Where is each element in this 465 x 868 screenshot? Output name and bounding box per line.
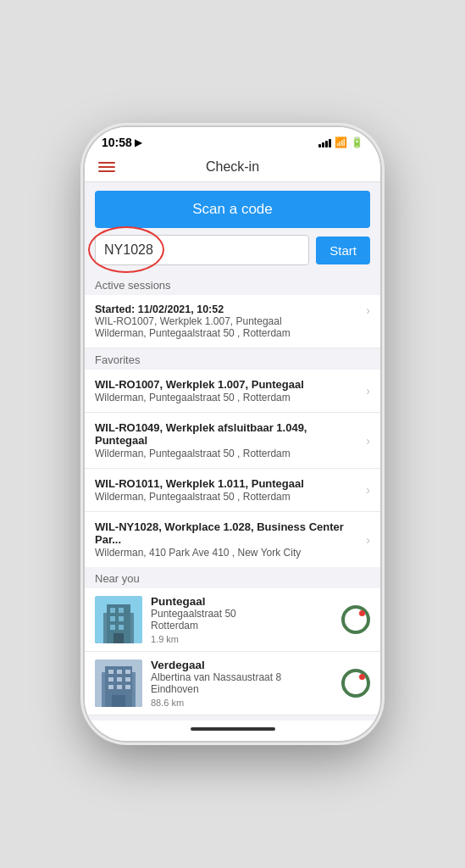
- near-you-header: Near you: [85, 567, 380, 588]
- session-started: Started: 11/02/2021, 10:52: [95, 303, 361, 315]
- svg-rect-9: [113, 633, 124, 643]
- favorite-subtitle-0: Wilderman, Puntegaalstraat 50 , Rotterda…: [95, 392, 361, 403]
- building-thumbnail-0: [95, 596, 142, 643]
- chevron-right-icon: ›: [366, 533, 370, 547]
- svg-rect-20: [117, 685, 122, 689]
- main-content: Scan a code Start Active sessions Starte…: [85, 182, 380, 721]
- building-thumbnail-1: [95, 659, 142, 707]
- svg-rect-8: [119, 625, 124, 630]
- near-you-address-1: Albertina van Nassaustraat 8: [151, 671, 335, 683]
- favorites-list: WIL-RO1007, Werkplek 1.007, Puntegaal Wi…: [85, 370, 380, 567]
- near-you-item-1[interactable]: Verdegaal Albertina van Nassaustraat 8 E…: [85, 652, 380, 715]
- location-status-indicator-1: [341, 669, 370, 698]
- favorite-title-3: WIL-NY1028, Workplace 1.028, Business Ce…: [95, 520, 361, 546]
- home-bar: [191, 727, 275, 731]
- favorites-header: Favorites: [85, 348, 380, 370]
- svg-rect-19: [108, 685, 113, 689]
- status-icons: 📶 🔋: [318, 136, 363, 148]
- start-button[interactable]: Start: [316, 236, 370, 264]
- svg-rect-14: [117, 670, 122, 674]
- session-location-line2: Wilderman, Puntegaalstraat 50 , Rotterda…: [95, 327, 361, 339]
- near-you-name-1: Verdegaal: [151, 659, 335, 671]
- svg-rect-21: [125, 685, 130, 689]
- favorite-item-3[interactable]: WIL-NY1028, Workplace 1.028, Business Ce…: [85, 512, 380, 567]
- home-indicator: [85, 721, 380, 741]
- navbar: Check-in: [85, 153, 380, 182]
- favorite-title-2: WIL-RO1011, Werkplek 1.011, Puntegaal: [95, 477, 361, 490]
- active-sessions-list: Started: 11/02/2021, 10:52 WIL-RO1007, W…: [85, 295, 380, 348]
- favorite-subtitle-3: Wilderman, 410 Park Ave 410 , New York C…: [95, 547, 361, 559]
- near-you-city-1: Eindhoven: [151, 683, 335, 695]
- favorite-title-1: WIL-RO1049, Werkplek afsluitbaar 1.049, …: [95, 421, 361, 447]
- svg-rect-5: [110, 616, 115, 621]
- svg-rect-18: [125, 677, 130, 682]
- svg-rect-3: [110, 608, 115, 613]
- chevron-right-icon: ›: [366, 483, 370, 497]
- favorite-subtitle-1: Wilderman, Puntegaalstraat 50 , Rotterda…: [95, 448, 361, 459]
- session-location-line1: WIL-RO1007, Werkplek 1.007, Puntegaal: [95, 315, 361, 327]
- svg-rect-15: [125, 670, 130, 674]
- svg-rect-13: [108, 670, 113, 674]
- chevron-right-icon: ›: [366, 303, 370, 317]
- svg-rect-4: [119, 608, 124, 613]
- scan-code-button[interactable]: Scan a code: [95, 191, 370, 228]
- near-you-address-0: Puntegaalstraat 50: [151, 608, 335, 620]
- near-you-item-0[interactable]: Puntegaal Puntegaalstraat 50 Rotterdam 1…: [85, 588, 380, 652]
- code-input-row: Start: [95, 235, 370, 265]
- svg-rect-6: [119, 616, 124, 621]
- near-you-distance-1: 88.6 km: [151, 698, 335, 708]
- near-you-list: Puntegaal Puntegaalstraat 50 Rotterdam 1…: [85, 588, 380, 715]
- near-you-distance-0: 1.9 km: [151, 634, 335, 644]
- favorite-subtitle-2: Wilderman, Puntegaalstraat 50 , Rotterda…: [95, 491, 361, 503]
- favorite-item-2[interactable]: WIL-RO1011, Werkplek 1.011, Puntegaal Wi…: [85, 469, 380, 512]
- svg-rect-7: [110, 625, 115, 630]
- battery-icon: 🔋: [351, 136, 363, 148]
- status-time: 10:58: [102, 136, 132, 149]
- active-sessions-header: Active sessions: [85, 274, 380, 295]
- svg-rect-16: [108, 677, 113, 682]
- svg-rect-22: [112, 695, 125, 707]
- wifi-icon: 📶: [335, 136, 347, 148]
- favorite-title-0: WIL-RO1007, Werkplek 1.007, Puntegaal: [95, 378, 361, 391]
- session-content: Started: 11/02/2021, 10:52 WIL-RO1007, W…: [95, 303, 361, 339]
- chevron-right-icon: ›: [366, 384, 370, 398]
- status-bar: 10:58 ▶ 📶 🔋: [85, 127, 380, 153]
- favorite-item-0[interactable]: WIL-RO1007, Werkplek 1.007, Puntegaal Wi…: [85, 370, 380, 413]
- location-status-indicator-0: [341, 605, 370, 634]
- svg-rect-17: [117, 677, 122, 682]
- signal-icon: [318, 137, 331, 147]
- near-you-name-0: Puntegaal: [151, 595, 335, 608]
- page-title: Check-in: [206, 159, 259, 175]
- active-session-item[interactable]: Started: 11/02/2021, 10:52 WIL-RO1007, W…: [85, 295, 380, 348]
- near-you-city-0: Rotterdam: [151, 620, 335, 632]
- hamburger-menu-button[interactable]: [98, 162, 115, 172]
- favorite-item-1[interactable]: WIL-RO1049, Werkplek afsluitbaar 1.049, …: [85, 413, 380, 469]
- code-input[interactable]: [95, 235, 309, 265]
- chevron-right-icon: ›: [366, 434, 370, 448]
- location-icon: ▶: [135, 137, 141, 148]
